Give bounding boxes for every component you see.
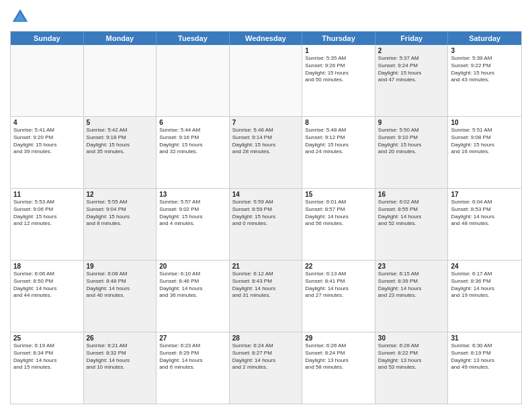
cal-cell: 7Sunrise: 5:46 AM Sunset: 9:14 PM Daylig… (230, 117, 303, 188)
day-number: 28 (232, 334, 300, 342)
cal-cell (11, 45, 84, 116)
day-number: 5 (87, 119, 154, 126)
day-number: 13 (159, 191, 226, 198)
cal-cell (230, 45, 303, 116)
day-number: 16 (378, 191, 445, 198)
cal-cell: 20Sunrise: 6:10 AM Sunset: 8:46 PM Dayli… (157, 261, 230, 332)
day-number: 10 (451, 119, 519, 126)
cell-text: Sunrise: 5:48 AM Sunset: 9:12 PM Dayligh… (305, 127, 372, 156)
calendar: SundayMondayTuesdayWednesdayThursdayFrid… (10, 31, 522, 404)
cal-cell: 12Sunrise: 5:55 AM Sunset: 9:04 PM Dayli… (84, 189, 157, 260)
day-number: 2 (378, 47, 445, 54)
cal-cell: 3Sunrise: 5:39 AM Sunset: 9:22 PM Daylig… (448, 45, 521, 116)
cell-text: Sunrise: 5:37 AM Sunset: 9:24 PM Dayligh… (378, 55, 445, 84)
cal-header-cell: Sunday (11, 32, 84, 45)
cell-text: Sunrise: 6:13 AM Sunset: 8:41 PM Dayligh… (305, 271, 372, 300)
cal-cell: 6Sunrise: 5:44 AM Sunset: 9:16 PM Daylig… (157, 117, 230, 188)
cal-week: 11Sunrise: 5:53 AM Sunset: 9:06 PM Dayli… (11, 189, 521, 261)
cell-text: Sunrise: 6:23 AM Sunset: 8:29 PM Dayligh… (159, 342, 226, 371)
cell-text: Sunrise: 6:08 AM Sunset: 8:48 PM Dayligh… (87, 271, 154, 300)
day-number: 1 (305, 47, 372, 54)
cal-cell: 23Sunrise: 6:15 AM Sunset: 8:39 PM Dayli… (375, 261, 449, 332)
day-number: 11 (13, 191, 81, 198)
day-number: 4 (13, 119, 81, 126)
day-number: 19 (87, 263, 154, 270)
day-number: 7 (232, 119, 300, 126)
cal-cell: 30Sunrise: 6:28 AM Sunset: 8:22 PM Dayli… (375, 332, 449, 404)
cal-header-cell: Tuesday (157, 32, 230, 45)
cell-text: Sunrise: 5:55 AM Sunset: 9:04 PM Dayligh… (87, 199, 154, 228)
calendar-header-row: SundayMondayTuesdayWednesdayThursdayFrid… (11, 32, 521, 45)
cal-cell: 27Sunrise: 6:23 AM Sunset: 8:29 PM Dayli… (157, 332, 230, 404)
cal-cell: 17Sunrise: 6:04 AM Sunset: 8:53 PM Dayli… (448, 189, 521, 260)
day-number: 18 (13, 263, 81, 270)
cal-week: 25Sunrise: 6:19 AM Sunset: 8:34 PM Dayli… (11, 332, 521, 404)
day-number: 12 (87, 191, 154, 198)
day-number: 27 (159, 334, 226, 342)
day-number: 3 (451, 47, 519, 54)
header (10, 7, 522, 27)
cell-text: Sunrise: 6:21 AM Sunset: 8:32 PM Dayligh… (87, 342, 154, 371)
day-number: 22 (305, 263, 372, 270)
cal-cell: 28Sunrise: 6:24 AM Sunset: 8:27 PM Dayli… (230, 332, 303, 404)
day-number: 26 (87, 334, 154, 342)
cal-cell: 18Sunrise: 6:06 AM Sunset: 8:50 PM Dayli… (11, 261, 84, 332)
cell-text: Sunrise: 5:51 AM Sunset: 9:08 PM Dayligh… (451, 127, 519, 156)
day-number: 30 (378, 334, 445, 342)
cell-text: Sunrise: 6:26 AM Sunset: 8:24 PM Dayligh… (305, 342, 372, 371)
cell-text: Sunrise: 5:53 AM Sunset: 9:06 PM Dayligh… (13, 199, 81, 228)
cell-text: Sunrise: 6:17 AM Sunset: 8:36 PM Dayligh… (451, 271, 519, 300)
cal-cell: 16Sunrise: 6:02 AM Sunset: 8:55 PM Dayli… (375, 189, 449, 260)
page: SundayMondayTuesdayWednesdayThursdayFrid… (0, 0, 532, 411)
day-number: 25 (13, 334, 81, 342)
cal-header-cell: Friday (375, 32, 449, 45)
cell-text: Sunrise: 6:06 AM Sunset: 8:50 PM Dayligh… (13, 271, 81, 300)
cell-text: Sunrise: 5:44 AM Sunset: 9:16 PM Dayligh… (159, 127, 226, 156)
cell-text: Sunrise: 5:50 AM Sunset: 9:10 PM Dayligh… (378, 127, 445, 156)
cell-text: Sunrise: 5:59 AM Sunset: 8:59 PM Dayligh… (232, 199, 300, 228)
cal-cell: 21Sunrise: 6:12 AM Sunset: 8:43 PM Dayli… (230, 261, 303, 332)
day-number: 6 (159, 119, 226, 126)
cal-header-cell: Thursday (302, 32, 375, 45)
logo-icon (10, 7, 30, 27)
calendar-body: 1Sunrise: 5:35 AM Sunset: 9:26 PM Daylig… (11, 45, 521, 404)
cal-cell: 13Sunrise: 5:57 AM Sunset: 9:02 PM Dayli… (157, 189, 230, 260)
day-number: 8 (305, 119, 372, 126)
cal-cell: 15Sunrise: 6:01 AM Sunset: 8:57 PM Dayli… (302, 189, 375, 260)
day-number: 17 (451, 191, 519, 198)
cell-text: Sunrise: 6:15 AM Sunset: 8:39 PM Dayligh… (378, 271, 445, 300)
cell-text: Sunrise: 6:04 AM Sunset: 8:53 PM Dayligh… (451, 199, 519, 228)
cal-cell: 29Sunrise: 6:26 AM Sunset: 8:24 PM Dayli… (302, 332, 375, 404)
cal-cell: 25Sunrise: 6:19 AM Sunset: 8:34 PM Dayli… (11, 332, 84, 404)
cell-text: Sunrise: 5:35 AM Sunset: 9:26 PM Dayligh… (305, 55, 372, 84)
cal-cell (157, 45, 230, 116)
day-number: 15 (305, 191, 372, 198)
cal-cell (84, 45, 157, 116)
cell-text: Sunrise: 6:24 AM Sunset: 8:27 PM Dayligh… (232, 342, 300, 371)
cal-header-cell: Saturday (448, 32, 521, 45)
cal-cell: 10Sunrise: 5:51 AM Sunset: 9:08 PM Dayli… (448, 117, 521, 188)
cell-text: Sunrise: 5:57 AM Sunset: 9:02 PM Dayligh… (159, 199, 226, 228)
cell-text: Sunrise: 6:12 AM Sunset: 8:43 PM Dayligh… (232, 271, 300, 300)
day-number: 31 (451, 334, 519, 342)
cal-cell: 9Sunrise: 5:50 AM Sunset: 9:10 PM Daylig… (375, 117, 449, 188)
cal-cell: 26Sunrise: 6:21 AM Sunset: 8:32 PM Dayli… (84, 332, 157, 404)
cell-text: Sunrise: 6:19 AM Sunset: 8:34 PM Dayligh… (13, 342, 81, 371)
cal-cell: 11Sunrise: 5:53 AM Sunset: 9:06 PM Dayli… (11, 189, 84, 260)
cal-cell: 22Sunrise: 6:13 AM Sunset: 8:41 PM Dayli… (302, 261, 375, 332)
cell-text: Sunrise: 5:39 AM Sunset: 9:22 PM Dayligh… (451, 55, 519, 84)
day-number: 29 (305, 334, 372, 342)
cell-text: Sunrise: 6:30 AM Sunset: 8:19 PM Dayligh… (451, 342, 519, 371)
cal-header-cell: Monday (84, 32, 157, 45)
cal-cell: 5Sunrise: 5:42 AM Sunset: 9:18 PM Daylig… (84, 117, 157, 188)
cal-week: 4Sunrise: 5:41 AM Sunset: 9:20 PM Daylig… (11, 117, 521, 189)
cal-cell: 8Sunrise: 5:48 AM Sunset: 9:12 PM Daylig… (302, 117, 375, 188)
day-number: 14 (232, 191, 300, 198)
cell-text: Sunrise: 5:46 AM Sunset: 9:14 PM Dayligh… (232, 127, 300, 156)
cal-cell: 19Sunrise: 6:08 AM Sunset: 8:48 PM Dayli… (84, 261, 157, 332)
logo (10, 7, 33, 27)
cal-week: 18Sunrise: 6:06 AM Sunset: 8:50 PM Dayli… (11, 261, 521, 332)
day-number: 23 (378, 263, 445, 270)
cal-cell: 24Sunrise: 6:17 AM Sunset: 8:36 PM Dayli… (448, 261, 521, 332)
day-number: 9 (378, 119, 445, 126)
